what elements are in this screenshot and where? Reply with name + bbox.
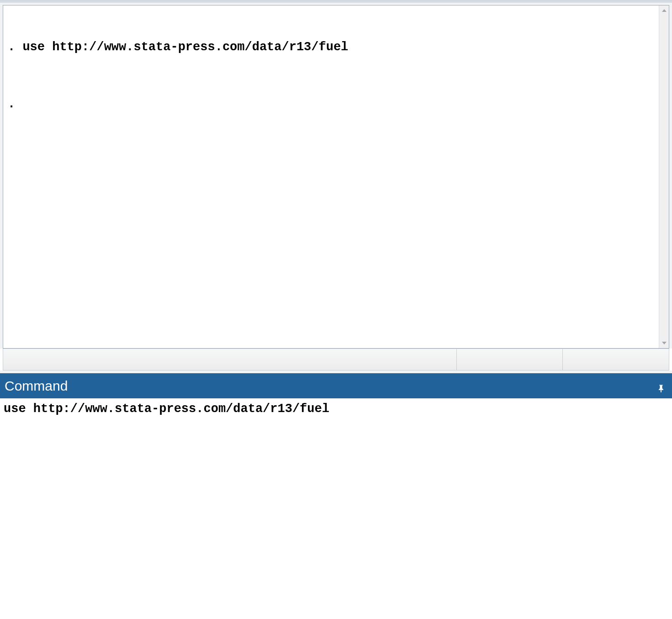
results-wrapper: . use http://www.stata-press.com/data/r1… (0, 2, 672, 349)
scroll-down-icon[interactable] (659, 338, 669, 348)
command-input[interactable] (4, 401, 668, 616)
status-bar (3, 349, 669, 370)
results-line: . (8, 96, 654, 112)
results-panel: . use http://www.stata-press.com/data/r1… (3, 5, 669, 349)
command-panel-header[interactable]: Command (0, 373, 672, 398)
status-cell (3, 349, 457, 370)
results-line: . use http://www.stata-press.com/data/r1… (8, 39, 654, 55)
command-input-area (0, 398, 672, 619)
status-cell (457, 349, 563, 370)
results-scrollbar[interactable] (659, 5, 669, 348)
status-cell (563, 349, 669, 370)
scroll-up-icon[interactable] (659, 5, 669, 16)
results-content[interactable]: . use http://www.stata-press.com/data/r1… (3, 5, 659, 348)
command-panel-title: Command (5, 378, 656, 394)
pin-icon[interactable] (656, 381, 667, 392)
